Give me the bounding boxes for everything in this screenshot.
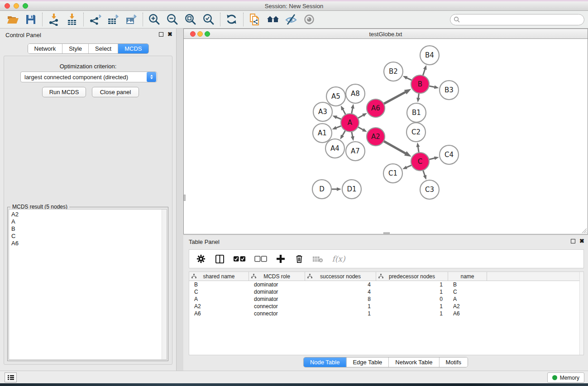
criterion-dropdown[interactable]: largest connected component (directed) <box>20 71 157 82</box>
zoom-in-icon[interactable] <box>145 12 163 27</box>
graph-edge-B-B2[interactable] <box>406 77 412 80</box>
result-item[interactable]: A <box>11 218 167 225</box>
result-item[interactable]: B <box>11 225 167 233</box>
select-all-columns-icon[interactable] <box>233 253 246 264</box>
cell-mcds-role[interactable]: connector <box>249 303 305 310</box>
close-panel-icon[interactable]: ✖ <box>167 32 172 37</box>
table-scrollbar[interactable] <box>579 272 583 355</box>
function-builder-icon[interactable]: f(x) <box>331 253 346 264</box>
graph-edge-C-C2[interactable] <box>418 146 419 152</box>
export-image-icon[interactable] <box>122 12 140 27</box>
delete-columns-icon[interactable] <box>294 253 305 264</box>
cell-mcds-role[interactable]: connector <box>249 310 305 317</box>
graph-edge-C-C3[interactable] <box>423 170 425 176</box>
split-view-icon[interactable] <box>214 253 225 264</box>
search-box[interactable] <box>450 14 584 25</box>
tab-select[interactable]: Select <box>88 44 118 53</box>
cell-shared-name[interactable]: A6 <box>189 310 249 317</box>
cell-name[interactable]: A6 <box>448 310 487 317</box>
network-canvas[interactable]: B4B2BB3A8A5A6A3B1AC2A1A2A4A7C4CC1DD1C3 <box>184 39 588 234</box>
create-column-icon[interactable] <box>275 253 286 264</box>
tab-mcds[interactable]: MCDS <box>118 44 148 53</box>
search-input[interactable] <box>460 17 584 23</box>
tab-network-table[interactable]: Network Table <box>388 357 439 367</box>
graph-edge-A2-C[interactable] <box>383 141 406 154</box>
close-panel-button[interactable]: Close panel <box>92 87 139 97</box>
run-mcds-button[interactable]: Run MCDS <box>42 87 86 97</box>
settings-gear-icon[interactable] <box>196 253 206 264</box>
cell-name[interactable]: A2 <box>448 303 487 310</box>
graph-edge-A-A6[interactable] <box>358 115 363 119</box>
resize-grip-icon[interactable] <box>582 228 587 234</box>
import-network-icon[interactable] <box>45 12 63 27</box>
column-header-predecessor-nodes[interactable]: predecessor nodes <box>376 272 448 281</box>
cell-predecessor-nodes[interactable]: 1 <box>376 310 448 317</box>
export-table-icon[interactable] <box>104 12 122 27</box>
network-graph[interactable]: B4B2BB3A8A5A6A3B1AC2A1A2A4A7C4CC1DD1C3 <box>184 39 588 235</box>
column-header-mcds-role[interactable]: MCDS role <box>249 272 305 281</box>
result-item[interactable]: A2 <box>11 211 167 218</box>
cell-successor-nodes[interactable]: 4 <box>305 288 376 295</box>
network-file-icon[interactable] <box>246 12 264 27</box>
column-header-shared-name[interactable]: shared name <box>189 272 249 281</box>
column-header-successor-nodes[interactable]: successor nodes <box>305 272 376 281</box>
cell-successor-nodes[interactable]: 4 <box>305 281 376 288</box>
tab-node-table[interactable]: Node Table <box>304 357 346 367</box>
cell-successor-nodes[interactable]: 1 <box>305 310 376 317</box>
zoom-selected-icon[interactable] <box>200 12 218 27</box>
style-hide-icon[interactable] <box>282 12 300 27</box>
graph-edge-C-C1[interactable] <box>406 165 411 168</box>
cell-mcds-role[interactable]: dominator <box>249 288 305 295</box>
apply-layout-icon[interactable] <box>223 12 241 27</box>
open-session-icon[interactable] <box>4 12 22 27</box>
graph-edge-B-B3[interactable] <box>429 86 435 87</box>
result-item[interactable]: C <box>11 233 167 240</box>
delete-table-icon[interactable] <box>312 253 323 264</box>
table-row[interactable]: A6 connector 1 1 A6 <box>189 310 583 317</box>
table-row[interactable]: A2 connector 1 1 A2 <box>189 303 583 310</box>
graph-edge-C-C4[interactable] <box>429 158 435 159</box>
result-scrollbar[interactable] <box>162 210 167 359</box>
task-history-button[interactable] <box>5 372 17 382</box>
import-table-icon[interactable] <box>63 12 81 27</box>
float-panel-icon[interactable] <box>571 239 575 243</box>
result-item[interactable]: A6 <box>11 240 167 247</box>
tab-motifs[interactable]: Motifs <box>439 357 468 367</box>
table-row[interactable]: A dominator 8 0 A <box>189 295 583 303</box>
save-session-icon[interactable] <box>22 12 40 27</box>
cell-successor-nodes[interactable]: 8 <box>305 295 376 303</box>
cell-name[interactable]: C <box>448 288 487 295</box>
tab-edge-table[interactable]: Edge Table <box>346 357 388 367</box>
graph-edge-A-A1[interactable] <box>335 126 341 128</box>
unselect-all-columns-icon[interactable] <box>254 253 268 264</box>
graph-edge-A-A8[interactable] <box>352 107 353 114</box>
cell-name[interactable]: A <box>448 295 487 303</box>
memory-button[interactable]: Memory <box>547 372 584 383</box>
cell-mcds-role[interactable]: dominator <box>249 281 305 288</box>
home-icon[interactable] <box>264 12 282 27</box>
cell-shared-name[interactable]: B <box>189 281 249 288</box>
splitter-handle[interactable] <box>184 195 186 201</box>
network-window-titlebar[interactable]: testGlobe.txt <box>184 29 588 39</box>
export-network-icon[interactable] <box>86 12 104 27</box>
float-panel-icon[interactable] <box>159 32 163 37</box>
cell-shared-name[interactable]: C <box>189 288 249 295</box>
graph-edge-A-A5[interactable] <box>343 109 346 114</box>
tab-style[interactable]: Style <box>62 44 88 53</box>
graph-edge-A-A4[interactable] <box>342 130 345 136</box>
cell-shared-name[interactable]: A <box>189 295 249 303</box>
view-eye-icon[interactable] <box>300 12 318 27</box>
mcds-result-list[interactable]: A2 A B C A6 <box>9 209 167 360</box>
column-header-name[interactable]: name <box>448 272 487 281</box>
table-row[interactable]: B dominator 4 1 B <box>189 281 583 288</box>
graph-edge-A6-B[interactable] <box>384 92 406 104</box>
splitter-handle[interactable] <box>383 232 390 234</box>
cell-mcds-role[interactable]: dominator <box>249 295 305 303</box>
zoom-fit-icon[interactable] <box>182 12 200 27</box>
cell-predecessor-nodes[interactable]: 1 <box>376 281 448 288</box>
cell-successor-nodes[interactable]: 1 <box>305 303 376 310</box>
zoom-out-icon[interactable] <box>163 12 182 27</box>
cell-name[interactable]: B <box>448 281 487 288</box>
graph-edge-A-A3[interactable] <box>336 117 342 119</box>
cell-shared-name[interactable]: A2 <box>189 303 249 310</box>
